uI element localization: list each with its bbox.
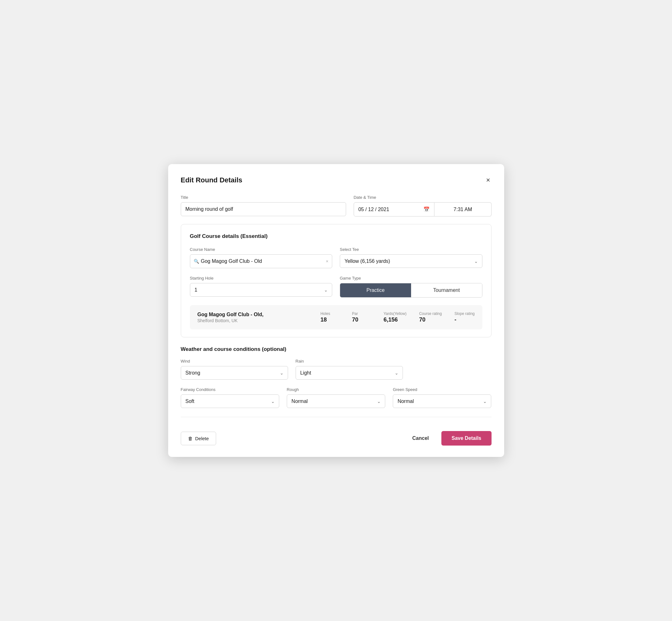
course-name-input[interactable] [190,254,333,268]
rough-wrapper: Short Normal Long Very Long ⌄ [287,395,385,408]
select-tee-group: Select Tee Yellow (6,156 yards) ⌄ [340,247,482,268]
starting-hole-group: Starting Hole 1 10 ⌄ [190,276,333,298]
close-button[interactable]: × [485,175,492,185]
wind-select[interactable]: Calm Light Moderate Strong Very Strong [181,366,288,380]
course-rating-value: 70 [419,317,425,323]
fairway-group: Fairway Conditions Firm Normal Soft Very… [181,387,279,408]
trash-icon: 🗑 [188,436,193,441]
par-label: Par [352,312,358,316]
datetime-group: Date & Time 05 / 12 / 2021 📅 7:31 AM [354,195,492,216]
fairway-label: Fairway Conditions [181,387,279,392]
slope-rating-value: - [454,317,456,323]
footer-row: 🗑 Delete Cancel Save Details [181,425,492,446]
datetime-label: Date & Time [354,195,492,200]
footer-right: Cancel Save Details [407,431,492,446]
golf-section-title: Golf Course details (Essential) [190,233,482,240]
slope-rating-label: Slope rating [454,312,474,316]
cancel-button[interactable]: Cancel [407,432,434,445]
game-type-group: Game Type Practice Tournament [340,276,482,298]
search-icon: 🔍 [194,259,199,264]
wind-rain-row: Wind Calm Light Moderate Strong Very Str… [181,359,492,380]
title-datetime-row: Title Date & Time 05 / 12 / 2021 📅 7:31 … [181,195,492,216]
calendar-icon: 📅 [423,206,430,212]
course-name-group: Course Name 🔍 × [190,247,333,268]
date-field[interactable]: 05 / 12 / 2021 📅 [354,202,435,216]
weather-title: Weather and course conditions (optional) [181,346,492,353]
par-value: 70 [352,317,359,323]
course-name-display: Gog Magog Golf Club - Old, [198,312,308,318]
course-info-name: Gog Magog Golf Club - Old, Shelford Bott… [198,312,308,323]
course-name-wrapper: 🔍 × [190,254,333,268]
title-input[interactable] [181,202,346,216]
wind-wrapper: Calm Light Moderate Strong Very Strong ⌄ [181,366,288,380]
slope-rating-stat: Slope rating - [454,312,474,323]
clear-icon[interactable]: × [326,259,328,264]
select-tee-wrapper: Yellow (6,156 yards) ⌄ [340,254,482,268]
fairway-wrapper: Firm Normal Soft Very Soft ⌄ [181,395,279,408]
wind-label: Wind [181,359,288,364]
title-group: Title [181,195,346,216]
rain-group: Rain None Light Moderate Heavy ⌄ [296,359,403,380]
green-speed-label: Green Speed [393,387,491,392]
yards-label: Yards(Yellow) [384,312,407,316]
practice-button[interactable]: Practice [340,283,411,297]
time-field[interactable]: 7:31 AM [434,202,491,216]
date-time-wrapper: 05 / 12 / 2021 📅 7:31 AM [354,202,492,216]
green-speed-wrapper: Slow Normal Fast Very Fast ⌄ [393,395,491,408]
fairway-select[interactable]: Firm Normal Soft Very Soft [181,395,279,408]
course-location: Shelford Bottom, UK [198,318,308,323]
weather-section: Weather and course conditions (optional)… [181,346,492,408]
golf-course-section: Golf Course details (Essential) Course N… [181,224,492,337]
rough-select[interactable]: Short Normal Long Very Long [287,395,385,408]
delete-button[interactable]: 🗑 Delete [181,432,216,445]
game-type-toggle: Practice Tournament [340,283,482,298]
course-info-card: Gog Magog Golf Club - Old, Shelford Bott… [190,305,482,329]
course-rating-stat: Course rating 70 [419,312,442,323]
save-button[interactable]: Save Details [442,431,491,446]
rain-wrapper: None Light Moderate Heavy ⌄ [296,366,403,380]
green-speed-select[interactable]: Slow Normal Fast Very Fast [393,395,491,408]
conditions-row: Fairway Conditions Firm Normal Soft Very… [181,387,492,408]
edit-round-modal: Edit Round Details × Title Date & Time 0… [168,164,504,457]
modal-title: Edit Round Details [181,176,243,184]
course-tee-row: Course Name 🔍 × Select Tee Yellow (6,156… [190,247,482,268]
holes-label: Holes [321,312,330,316]
yards-stat: Yards(Yellow) 6,156 [384,312,407,323]
green-speed-group: Green Speed Slow Normal Fast Very Fast ⌄ [393,387,491,408]
wind-group: Wind Calm Light Moderate Strong Very Str… [181,359,288,380]
time-value: 7:31 AM [454,207,472,212]
holes-value: 18 [321,317,327,323]
hole-gametype-row: Starting Hole 1 10 ⌄ Game Type Practice … [190,276,482,298]
rough-label: Rough [287,387,385,392]
game-type-label: Game Type [340,276,482,281]
holes-stat: Holes 18 [321,312,339,323]
rain-select[interactable]: None Light Moderate Heavy [296,366,403,380]
title-label: Title [181,195,346,200]
starting-hole-wrapper: 1 10 ⌄ [190,283,333,297]
delete-label: Delete [195,436,209,441]
tournament-button[interactable]: Tournament [411,283,482,297]
starting-hole-input[interactable]: 1 10 [190,283,333,297]
modal-header: Edit Round Details × [181,175,492,185]
course-name-label: Course Name [190,247,333,252]
course-rating-label: Course rating [419,312,442,316]
select-tee-label: Select Tee [340,247,482,252]
starting-hole-label: Starting Hole [190,276,333,281]
date-value: 05 / 12 / 2021 [359,207,389,212]
select-tee-input[interactable]: Yellow (6,156 yards) [340,254,482,268]
rain-label: Rain [296,359,403,364]
rough-group: Rough Short Normal Long Very Long ⌄ [287,387,385,408]
yards-value: 6,156 [384,317,398,323]
par-stat: Par 70 [352,312,371,323]
footer-divider [181,417,492,417]
